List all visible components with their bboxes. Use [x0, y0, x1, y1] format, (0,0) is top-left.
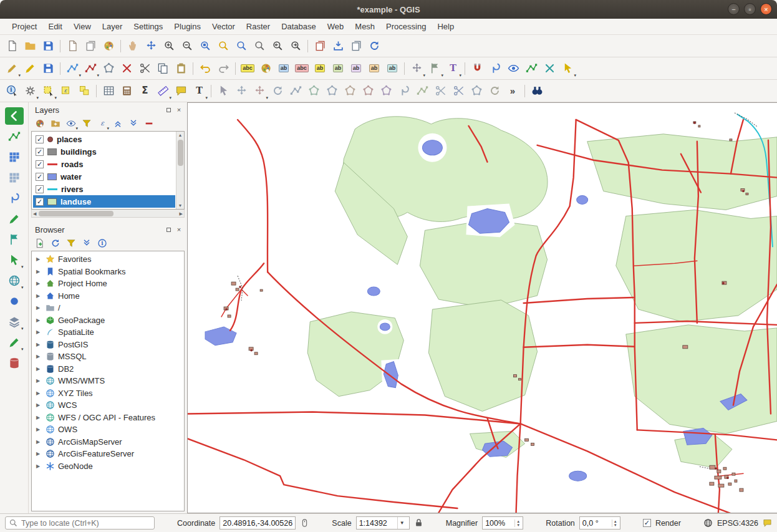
browser-item-wfs-ogc-api-features[interactable]: ▶ WFS / OGC API - Features [32, 412, 184, 424]
deselect-all-icon[interactable] [75, 82, 93, 100]
globe-teal-icon[interactable]: ▾ [5, 272, 24, 289]
expand-arrow-icon[interactable]: ▶ [36, 256, 42, 262]
copy-move-feature-icon[interactable]: ▾ [251, 82, 268, 100]
expand-arrow-icon[interactable]: ▶ [36, 293, 42, 299]
browser-properties-icon[interactable] [95, 236, 109, 250]
layer-visibility-checkbox[interactable]: ✓ [36, 198, 44, 206]
new-print-layout-icon[interactable] [64, 37, 81, 55]
expand-arrow-icon[interactable]: ▶ [36, 439, 42, 445]
menu-web[interactable]: Web [322, 20, 350, 33]
delete-selected-icon[interactable] [118, 60, 135, 77]
add-group-icon[interactable] [49, 117, 62, 130]
cursor-position-icon[interactable] [300, 518, 309, 528]
offset-curve-icon[interactable] [395, 82, 413, 100]
expand-arrow-icon[interactable]: ▶ [36, 281, 42, 286]
locate-input[interactable] [21, 519, 151, 528]
label-show-hide-icon[interactable]: ab [329, 60, 347, 77]
expand-arrow-icon[interactable]: ▶ [36, 329, 42, 335]
expand-arrow-icon[interactable]: ▶ [36, 342, 42, 347]
browser-item-geopackage[interactable]: ▶ GeoPackage [32, 314, 184, 327]
layer-item-water[interactable]: ✓ water [33, 170, 175, 183]
circle-blue-icon[interactable] [5, 293, 24, 310]
browser-item-spatialite[interactable]: ▶ SpatiaLite [32, 326, 184, 339]
split-features-icon[interactable] [450, 82, 467, 100]
label-highlight-icon[interactable]: ab [275, 60, 292, 77]
menu-layer[interactable]: Layer [97, 20, 128, 33]
browser-item-favorites[interactable]: ▶ Favorites [32, 253, 184, 266]
browser-item-wms-wmts[interactable]: ▶ WMS/WMTS [32, 375, 184, 387]
current-edits-icon[interactable]: ▾ [3, 60, 21, 77]
expand-arrow-icon[interactable]: ▶ [36, 427, 42, 432]
binoculars-icon[interactable] [528, 82, 546, 100]
spinner-arrows[interactable]: ▲▼ [514, 520, 520, 527]
zoom-native-icon[interactable] [251, 37, 268, 55]
toolbar-extension-button[interactable]: » [504, 82, 521, 100]
style-manager-icon[interactable] [100, 37, 117, 55]
browser-item-xyz-tiles[interactable]: ▶ XYZ Tiles [32, 387, 184, 400]
scroll-up-icon[interactable]: ▲ [177, 132, 184, 138]
annotation-tool-icon[interactable]: ▾ [444, 60, 461, 77]
expand-arrow-icon[interactable]: ▶ [36, 366, 42, 372]
styling-dock-icon[interactable] [33, 117, 47, 130]
epsg-status[interactable]: EPSG:4326 [717, 519, 758, 528]
menu-edit[interactable]: Edit [42, 20, 67, 33]
browser-item-arcgisfeatureserver[interactable]: ▶ ArcGisFeatureServer [32, 448, 184, 460]
zoom-out-icon[interactable] [178, 37, 196, 55]
show-layout-manager-icon[interactable] [82, 37, 99, 55]
digitize-path-icon[interactable] [5, 128, 24, 145]
pan-to-selection-icon[interactable] [142, 37, 160, 55]
layer-visibility-checkbox[interactable]: ✓ [36, 160, 44, 168]
menu-mesh[interactable]: Mesh [349, 20, 380, 33]
enable-advanced-digitizing-icon[interactable] [215, 82, 232, 100]
rotation-spinbox[interactable]: 0,0 ° ▲▼ [579, 516, 620, 530]
checker-grid-icon[interactable] [5, 169, 24, 186]
menu-processing[interactable]: Processing [380, 20, 432, 33]
menu-project[interactable]: Project [6, 20, 42, 33]
collapse-all-icon[interactable] [127, 117, 140, 130]
layer-labeling-icon[interactable]: abc [239, 60, 256, 77]
zoom-in-icon[interactable] [160, 37, 178, 55]
database-icon[interactable] [5, 354, 24, 372]
expand-arrow-icon[interactable]: ▶ [36, 269, 42, 274]
zoom-to-selection-icon[interactable] [215, 37, 232, 55]
zoom-last-icon[interactable] [269, 37, 286, 55]
scrollbar-thumb[interactable] [39, 211, 113, 216]
open-attribute-table-icon[interactable] [100, 82, 117, 100]
run-feature-action-icon[interactable]: ▾ [21, 82, 39, 100]
browser-filter-icon[interactable] [64, 236, 78, 250]
move-feature-icon[interactable] [233, 82, 250, 100]
delete-ring-icon[interactable] [359, 82, 377, 100]
layers-stack-icon[interactable]: ▾ [5, 313, 24, 331]
topological-editing-icon[interactable] [523, 60, 540, 77]
layer-item-rivers[interactable]: ✓ rivers [33, 183, 175, 195]
fill-ring-icon[interactable] [341, 82, 359, 100]
diagram-move-icon[interactable]: ▾ [408, 60, 425, 77]
select-by-expression-icon[interactable] [57, 82, 75, 100]
menu-vector[interactable]: Vector [206, 20, 241, 33]
select-features-icon[interactable]: ▾ [39, 82, 57, 100]
menu-help[interactable]: Help [432, 20, 460, 33]
zoom-to-layer-icon[interactable] [233, 37, 250, 55]
filter-expression-icon[interactable]: ▾ [95, 117, 109, 130]
browser-item-geonode[interactable]: ▶ GeoNode [32, 460, 184, 473]
browser-item-root[interactable]: ▶ / [32, 302, 184, 314]
add-ring-icon[interactable] [305, 82, 322, 100]
map-tips-icon[interactable] [172, 82, 190, 100]
expand-arrow-icon[interactable]: ▶ [36, 305, 42, 311]
new-3d-map-icon[interactable] [347, 37, 365, 55]
messages-bubble-icon[interactable] [763, 518, 772, 528]
menu-view[interactable]: View [68, 20, 97, 33]
field-calculator-icon[interactable] [118, 82, 135, 100]
expand-all-icon[interactable] [111, 117, 125, 130]
merge-features-icon[interactable] [468, 82, 485, 100]
layer-item-roads[interactable]: ✓ roads [33, 158, 175, 170]
measure-icon[interactable]: ▾ [154, 82, 171, 100]
layer-visibility-checkbox[interactable]: ✓ [36, 148, 44, 156]
layers-horizontal-scrollbar[interactable]: ◀ ▶ [31, 210, 185, 218]
chevron-down-icon[interactable]: ▼ [397, 517, 407, 529]
browser-item-ows[interactable]: ▶ OWS [32, 423, 184, 436]
pan-map-icon[interactable] [124, 37, 142, 55]
zoom-next-icon[interactable] [287, 37, 304, 55]
scale-combobox[interactable]: 1:14392 ▼ [356, 516, 410, 530]
menu-settings[interactable]: Settings [128, 20, 168, 33]
